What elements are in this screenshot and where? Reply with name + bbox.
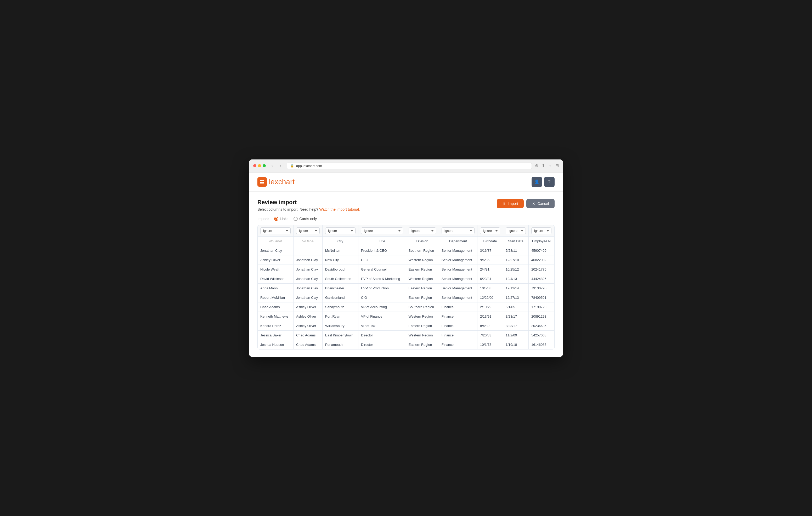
cell-r2-c7: 10/25/12 [503,265,528,274]
col-select-1[interactable]: Ignore [260,227,291,234]
cell-r1-c2: New City [322,255,358,265]
browser-window: ‹ › 🔒 app.lexchart.com ⊕ ⬆ ＋ ⊞ [249,159,563,357]
cell-r2-c4: Eastern Region [406,265,439,274]
cell-r6-c6: 2/10/79 [477,302,503,311]
main-content: Review import Select columns to import. … [249,192,563,357]
browser-controls: ‹ › [269,162,284,169]
page-header: Review import Select columns to import. … [257,199,555,211]
svg-rect-0 [260,180,262,181]
col-dropdown-5: Ignore [406,225,439,237]
cell-r10-c5: Finance [439,340,477,349]
cell-r8-c6: 8/4/89 [477,321,503,330]
cell-r5-c5: Senior Management [439,293,477,302]
cell-r3-c4: Western Region [406,274,439,283]
import-icon: ⬆ [502,202,506,206]
cell-r7-c3: VP of Finance [358,311,406,321]
data-table: Ignore Ignore Ignore [258,225,554,349]
col-dropdown-7: Ignore [477,225,503,237]
table-row: Anna MannJonathan ClayBrianchesterEVP of… [258,283,554,293]
import-label: Import: [257,217,269,221]
table-row: Jonathan ClayMcNeiltonPresident & CEOSou… [258,246,554,255]
cell-r8-c8: 20236635 [528,321,554,330]
cell-r3-c7: 12/4/13 [503,274,528,283]
radio-cards-circle[interactable] [293,217,298,221]
cell-r7-c8: 20891293 [528,311,554,321]
cell-r8-c3: VP of Tax [358,321,406,330]
forward-button[interactable]: › [277,162,284,169]
svg-rect-4 [260,183,264,184]
cell-r7-c4: Western Region [406,311,439,321]
cell-r4-c7: 12/12/14 [503,283,528,293]
browser-actions: ⊕ ⬆ ＋ ⊞ [535,163,559,169]
table-row: David WilkinsonJonathan ClaySouth Collee… [258,274,554,283]
col-select-5[interactable]: Ignore [409,227,436,234]
tutorial-link[interactable]: Watch the import tutorial. [319,207,360,211]
cell-r2-c3: General Counsel [358,265,406,274]
cell-r6-c2: Sandymouth [322,302,358,311]
cell-r9-c6: 7/20/83 [477,330,503,340]
close-button[interactable] [253,164,256,167]
col-select-4[interactable]: Ignore [361,227,403,234]
col-select-2[interactable]: Ignore [296,227,320,234]
import-options: Import: Links Cards only [257,217,555,221]
cell-r8-c5: Finance [439,321,477,330]
import-button[interactable]: ⬆ Import [497,199,524,208]
page-title: Review import [257,199,360,206]
cell-r1-c1: Jonathan Clay [293,255,323,265]
cell-r0-c2: McNeilton [322,246,358,255]
back-button[interactable]: ‹ [269,162,275,169]
cell-r6-c1: Ashley Oliver [293,302,323,311]
user-button[interactable]: 👤 [531,177,542,187]
maximize-button[interactable] [263,164,266,167]
table-row: Robert McMillanJonathan ClayGarrisonland… [258,293,554,302]
cell-r0-c3: President & CEO [358,246,406,255]
grid-icon[interactable]: ⊞ [555,163,559,169]
header-actions: 👤 ? [531,177,555,187]
col-select-7[interactable]: Ignore [480,227,500,234]
page-subtitle: Select columns to import. Need help? Wat… [257,207,360,211]
label-row: No label No label City Title Division De… [258,236,554,246]
cell-r10-c4: Eastern Region [406,340,439,349]
header-col-5: Division [406,236,439,246]
new-tab-icon[interactable]: ＋ [548,163,552,169]
header-col-8: Start Date [503,236,528,246]
cell-r10-c1: Chad Adams [293,340,323,349]
cell-r7-c1: Ashley Oliver [293,311,323,321]
cell-r9-c8: 54257068 [528,330,554,340]
help-button[interactable]: ? [544,177,555,187]
radio-cards[interactable]: Cards only [293,217,317,221]
cell-r8-c0: Kendra Perez [258,321,293,330]
cell-r0-c4: Southern Region [406,246,439,255]
cell-r3-c3: EVP of Sales & Marketing [358,274,406,283]
cell-r10-c3: Director [358,340,406,349]
radio-links[interactable]: Links [274,217,289,221]
table-row: Kendra PerezAshley OliverWilliamsburyVP … [258,321,554,330]
col-select-3[interactable]: Ignore [325,227,355,234]
radio-links-circle[interactable] [274,217,278,221]
cell-r6-c4: Southern Region [406,302,439,311]
col-select-9[interactable]: Ignore [531,227,551,234]
cell-r3-c2: South Colleenton [322,274,358,283]
header-col-9: Employee N [528,236,554,246]
cell-r2-c5: Senior Management [439,265,477,274]
cell-r9-c2: East Kimberlytown [322,330,358,340]
cell-r3-c0: David Wilkinson [258,274,293,283]
cell-r6-c8: 17190720 [528,302,554,311]
col-select-8[interactable]: Ignore [506,227,526,234]
minimize-button[interactable] [258,164,261,167]
address-bar[interactable]: 🔒 app.lexchart.com [287,162,532,169]
cell-r6-c5: Finance [439,302,477,311]
cell-r4-c0: Anna Mann [258,283,293,293]
cancel-button[interactable]: ✕ Cancel [526,199,555,208]
cell-r6-c3: VP of Accounting [358,302,406,311]
cell-r1-c6: 9/6/85 [477,255,503,265]
download-icon[interactable]: ⊕ [535,163,539,169]
col-select-6[interactable]: Ignore [442,227,474,234]
header-col-3: City [322,236,358,246]
app-content: lexchart 👤 ? Review import Select column… [249,173,563,357]
share-icon[interactable]: ⬆ [542,163,545,169]
cell-r0-c7: 5/28/11 [503,246,528,255]
cell-r0-c1 [293,246,323,255]
cell-r5-c2: Garrisonland [322,293,358,302]
table-body: Jonathan ClayMcNeiltonPresident & CEOSou… [258,246,554,349]
